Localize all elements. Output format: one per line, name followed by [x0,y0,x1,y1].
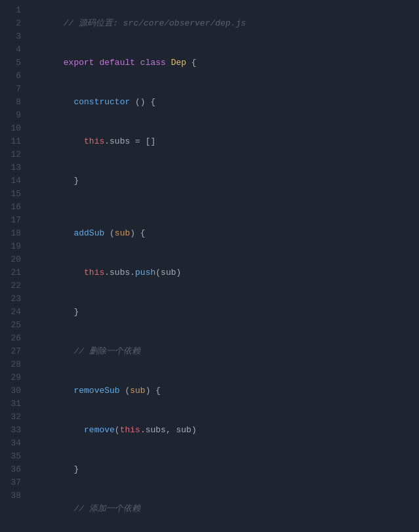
line-num-3: 3 [0,30,28,43]
line-num-6: 6 [0,70,28,83]
line-num-15: 15 [0,188,28,201]
line-num-29: 29 [0,371,28,384]
code-line-4: this.subs = [] [33,122,419,161]
line-num-13: 13 [0,161,28,174]
line-num-10: 10 [0,122,28,135]
line-num-16: 16 [0,201,28,214]
code-line-15: depend () { [33,529,419,532]
line-num-28: 28 [0,358,28,371]
line-num-38: 38 [0,489,28,502]
line-num-31: 31 [0,398,28,411]
line-num-30: 30 [0,384,28,398]
code-line-13: } [33,450,419,489]
line-num-2: 2 [0,17,28,30]
line-num-17: 17 [0,214,28,227]
code-editor: 1 2 3 4 5 6 7 8 9 10 11 12 13 14 15 16 1… [0,0,419,532]
line-num-8: 8 [0,96,28,109]
line-num-27: 27 [0,345,28,358]
line-num-22: 22 [0,279,28,293]
code-line-9: } [33,293,419,332]
line-num-36: 36 [0,463,28,476]
code-line-10: // 删除一个依赖 [33,332,419,371]
line-num-34: 34 [0,437,28,450]
line-num-20: 20 [0,253,28,266]
line-num-25: 25 [0,319,28,332]
code-line-8: this.subs.push(sub) [33,253,419,293]
code-line-2: export default class Dep { [33,43,419,83]
line-num-26: 26 [0,332,28,345]
line-num-4: 4 [0,43,28,56]
line-num-24: 24 [0,306,28,319]
line-num-11: 11 [0,135,28,148]
line-num-19: 19 [0,240,28,253]
code-line-6 [33,201,419,214]
line-num-9: 9 [0,109,28,122]
code-line-7: addSub (sub) { [33,214,419,253]
code-line-3: constructor () { [33,83,419,122]
line-num-32: 32 [0,411,28,424]
line-num-14: 14 [0,174,28,188]
line-num-1: 1 [0,4,28,17]
line-num-37: 37 [0,476,28,489]
code-line-14: // 添加一个依赖 [33,489,419,529]
line-num-23: 23 [0,293,28,306]
code-content: // 源码位置: src/core/observer/dep.js export… [28,0,419,532]
line-num-35: 35 [0,450,28,463]
code-line-1: // 源码位置: src/core/observer/dep.js [33,4,419,43]
line-num-5: 5 [0,56,28,70]
line-num-18: 18 [0,227,28,240]
line-num-7: 7 [0,83,28,96]
line-num-33: 33 [0,424,28,437]
code-line-5: } [33,161,419,201]
code-line-11: removeSub (sub) { [33,371,419,411]
line-num-21: 21 [0,266,28,279]
line-numbers: 1 2 3 4 5 6 7 8 9 10 11 12 13 14 15 16 1… [0,0,28,532]
line-num-12: 12 [0,148,28,161]
code-line-12: remove(this.subs, sub) [33,411,419,450]
